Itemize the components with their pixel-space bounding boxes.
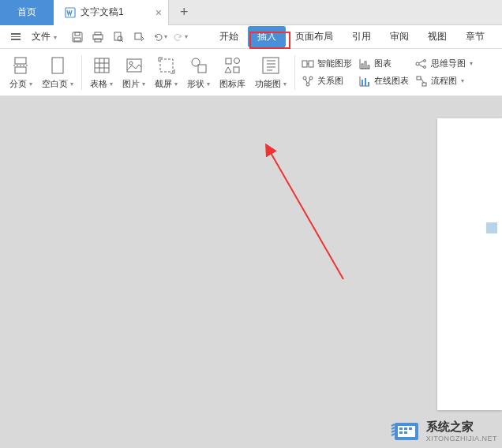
save-icon[interactable] bbox=[68, 28, 87, 47]
word-doc-icon bbox=[65, 7, 76, 18]
ribbon-page-break[interactable]: 分页▾ bbox=[5, 54, 37, 90]
svg-line-41 bbox=[309, 79, 310, 83]
ribbon-toolbar: 分页▾ 空白页▾ 表格▾ 图片▾ 截屏▾ 形状▾ 图标库 功能图▾ 智 bbox=[0, 49, 502, 96]
chevron-down-icon: ▾ bbox=[185, 33, 188, 40]
redo-icon[interactable]: ▾ bbox=[170, 28, 189, 47]
ribbon-smartart[interactable]: 智能图形 bbox=[302, 58, 352, 70]
blank-page-icon bbox=[47, 54, 69, 77]
menu-bar: 文件 ▾ ▾ ▾ 开始 插入 页面布局 引用 审阅 视图 章节 bbox=[0, 25, 502, 49]
ribbon-chart[interactable]: 图表 bbox=[358, 58, 409, 70]
function-chart-icon bbox=[260, 54, 282, 77]
svg-rect-51 bbox=[368, 82, 369, 86]
ribbon-icon-library-label: 图标库 bbox=[219, 78, 245, 90]
svg-line-55 bbox=[419, 61, 423, 63]
svg-line-9 bbox=[122, 40, 123, 42]
chevron-down-icon: ▾ bbox=[29, 80, 32, 88]
print-preview-icon[interactable] bbox=[109, 28, 128, 47]
print-icon[interactable] bbox=[88, 28, 107, 47]
menu-tab-page-layout[interactable]: 页面布局 bbox=[286, 26, 343, 47]
ribbon-chart-group: 图表 在线图表 bbox=[355, 58, 412, 88]
svg-rect-14 bbox=[52, 58, 63, 73]
svg-rect-11 bbox=[15, 58, 26, 64]
svg-point-54 bbox=[424, 65, 426, 68]
chevron-down-icon: ▾ bbox=[110, 80, 113, 88]
document-canvas: 系统之家 XITONGZHIJIA.NET bbox=[0, 96, 502, 448]
chevron-down-icon: ▾ bbox=[283, 80, 287, 88]
svg-line-61 bbox=[270, 151, 343, 279]
watermark-subtitle: XITONGZHIJIA.NET bbox=[426, 435, 497, 442]
mindmap-icon bbox=[415, 58, 428, 70]
svg-rect-15 bbox=[95, 58, 109, 73]
svg-rect-67 bbox=[399, 431, 403, 434]
ribbon-smartart-group: 智能图形 关系图 bbox=[298, 58, 355, 88]
chevron-down-icon: ▾ bbox=[470, 60, 473, 67]
svg-rect-24 bbox=[198, 65, 206, 73]
ribbon-icon-library[interactable]: 图标库 bbox=[215, 54, 250, 90]
file-menu-label: 文件 bbox=[32, 31, 51, 42]
ribbon-blank-page[interactable]: 空白页▾ bbox=[37, 54, 78, 90]
hamburger-menu-icon[interactable] bbox=[8, 30, 24, 43]
annotation-arrow bbox=[253, 144, 363, 286]
ribbon-blank-page-label: 空白页 bbox=[42, 78, 68, 90]
ribbon-screenshot-label: 截屏 bbox=[155, 78, 172, 90]
menu-tab-view[interactable]: 视图 bbox=[418, 26, 456, 47]
divider bbox=[294, 55, 295, 90]
chevron-down-icon: ▾ bbox=[174, 80, 178, 88]
svg-point-53 bbox=[424, 59, 426, 62]
document-page[interactable] bbox=[437, 118, 502, 410]
ribbon-flowchart-label: 流程图 bbox=[431, 75, 457, 87]
undo-icon[interactable]: ▾ bbox=[150, 28, 169, 47]
svg-marker-27 bbox=[225, 67, 231, 73]
svg-rect-29 bbox=[263, 58, 279, 73]
menu-tab-chapter[interactable]: 章节 bbox=[456, 26, 494, 47]
ribbon-mindmap-label: 思维导图 bbox=[431, 58, 466, 69]
ribbon-function-chart-label: 功能图 bbox=[255, 78, 281, 90]
svg-rect-12 bbox=[15, 67, 26, 73]
chevron-down-icon: ▾ bbox=[461, 77, 464, 84]
menu-tab-insert[interactable]: 插入 bbox=[248, 26, 286, 47]
chevron-down-icon: ▾ bbox=[70, 80, 73, 88]
svg-rect-46 bbox=[368, 65, 369, 69]
menu-tabs: 开始 插入 页面布局 引用 审阅 视图 章节 bbox=[210, 26, 494, 47]
close-tab-button[interactable]: × bbox=[155, 6, 162, 19]
svg-point-39 bbox=[306, 83, 309, 86]
ribbon-table-label: 表格 bbox=[90, 78, 107, 90]
menu-tab-references[interactable]: 引用 bbox=[343, 26, 380, 47]
ribbon-picture[interactable]: 图片▾ bbox=[118, 54, 150, 90]
tab-bar: 首页 文字文稿1 × + bbox=[0, 0, 502, 25]
tab-home[interactable]: 首页 bbox=[0, 0, 54, 25]
svg-rect-10 bbox=[135, 33, 141, 39]
svg-rect-58 bbox=[422, 83, 426, 86]
svg-rect-34 bbox=[302, 61, 307, 67]
ribbon-shapes[interactable]: 形状▾ bbox=[182, 54, 215, 90]
ribbon-mindmap-group: 思维导图▾ 流程图▾ bbox=[412, 58, 476, 88]
page-marker-icon bbox=[486, 222, 497, 233]
svg-point-21 bbox=[129, 62, 133, 65]
ribbon-online-chart-label: 在线图表 bbox=[374, 75, 409, 87]
ribbon-chart-label: 图表 bbox=[374, 58, 391, 69]
svg-point-26 bbox=[234, 58, 239, 64]
format-icon[interactable] bbox=[129, 28, 148, 47]
ribbon-smartart-label: 智能图形 bbox=[317, 58, 352, 69]
page-break-icon bbox=[10, 54, 32, 77]
chevron-down-icon: ▾ bbox=[54, 34, 57, 41]
ribbon-online-chart[interactable]: 在线图表 bbox=[358, 75, 409, 88]
ribbon-table[interactable]: 表格▾ bbox=[85, 54, 118, 90]
svg-rect-57 bbox=[417, 77, 421, 80]
svg-rect-50 bbox=[365, 78, 366, 86]
file-menu[interactable]: 文件 ▾ bbox=[25, 27, 63, 47]
chart-icon bbox=[358, 58, 371, 70]
ribbon-screenshot[interactable]: 截屏▾ bbox=[150, 54, 182, 90]
relation-chart-icon bbox=[302, 75, 314, 88]
tab-document[interactable]: 文字文稿1 × bbox=[54, 0, 169, 25]
menu-tab-start[interactable]: 开始 bbox=[210, 26, 248, 47]
ribbon-relation-chart[interactable]: 关系图 bbox=[302, 75, 352, 88]
ribbon-function-chart[interactable]: 功能图▾ bbox=[250, 54, 291, 90]
menu-tab-review[interactable]: 审阅 bbox=[380, 26, 418, 47]
watermark: 系统之家 XITONGZHIJIA.NET bbox=[390, 418, 497, 443]
new-tab-button[interactable]: + bbox=[169, 0, 200, 25]
svg-rect-68 bbox=[404, 431, 407, 434]
ribbon-flowchart[interactable]: 流程图▾ bbox=[415, 75, 473, 88]
svg-rect-44 bbox=[362, 64, 363, 69]
ribbon-mindmap[interactable]: 思维导图▾ bbox=[415, 58, 473, 70]
